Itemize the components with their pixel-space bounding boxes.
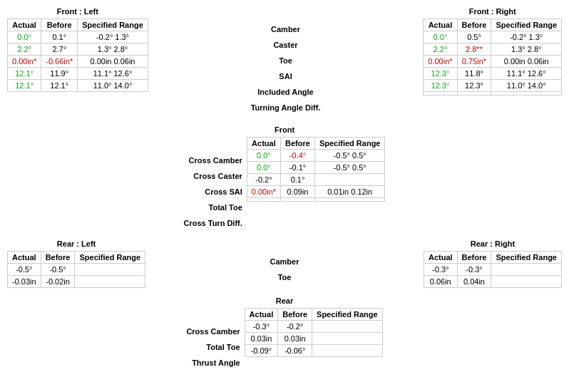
front-left-title: Front : Left	[7, 7, 148, 16]
range-cell: 11.1° 12.6°	[78, 68, 148, 80]
before-cell: 0.03in	[278, 333, 312, 345]
range-cell	[491, 276, 562, 288]
range-cell: 11.0° 14.0°	[491, 80, 562, 92]
front-right-table: Actual Before Specified Range 0.0° 0.5° …	[423, 19, 562, 96]
before-cell: 0.75in*	[457, 56, 491, 68]
range-cell	[312, 333, 383, 345]
table-row: -0.2° 0.1°	[247, 174, 385, 186]
actual-cell: 0.00in*	[424, 56, 457, 68]
rear-label-toe: Toe	[270, 269, 299, 285]
fc-header-before: Before	[281, 138, 315, 150]
before-cell	[457, 92, 491, 96]
front-center-section: Front Cross Camber Cross Caster Cross SA…	[184, 125, 386, 231]
table-row: 0.00in* 0.09in 0.01in 0.12in	[247, 186, 385, 198]
actual-cell: 12.1°	[8, 80, 41, 92]
page-content: Front : Left Actual Before Specified Ran…	[7, 7, 562, 371]
front-left-table: Actual Before Specified Range 0.0° 0.1° …	[7, 19, 148, 92]
table-row: 2.2° 2.8** 1.3° 2.8°	[424, 43, 562, 56]
range-cell: 0.00in 0.06in	[491, 56, 562, 68]
front-center-table-wrap: Cross Camber Cross Caster Cross SAI Tota…	[184, 137, 386, 231]
actual-cell: 2.2°	[424, 43, 457, 56]
rl-header-actual: Actual	[8, 252, 41, 264]
actual-cell: -0.09°	[245, 345, 278, 357]
label-rear-cross-camber: Cross Camber	[186, 324, 244, 339]
actual-cell: 0.00in*	[8, 56, 41, 68]
actual-cell: 12.3°	[424, 68, 457, 80]
fl-header-range: Specified Range	[78, 19, 148, 31]
rear-right-title: Rear : Right	[424, 239, 562, 248]
table-row: 0.00in* 0.75in* 0.00in 0.06in	[424, 56, 562, 68]
rc-header-actual: Actual	[245, 309, 278, 321]
range-cell	[312, 345, 383, 357]
before-cell: -0.06°	[278, 345, 312, 357]
before-cell: 12.3°	[457, 80, 491, 92]
label-cross-sai: Cross SAI	[184, 184, 247, 200]
before-cell: 2.8**	[457, 43, 491, 56]
rear-label-camber: Camber	[270, 254, 299, 269]
rr-header-range: Specified Range	[491, 252, 562, 264]
table-row: 0.06in 0.04in	[424, 276, 561, 288]
actual-cell: 0.06in	[424, 276, 457, 288]
actual-cell	[247, 198, 280, 202]
rear-center-section: Rear Cross Camber Total Toe Thrust Angle…	[186, 296, 382, 371]
table-row: 0.0° 0.5° -0.2° 1.3°	[424, 31, 562, 43]
label-cross-caster: Cross Caster	[184, 168, 247, 184]
table-row: -0.03in -0.02in	[8, 276, 145, 288]
label-caster: Caster	[251, 37, 321, 53]
range-cell: 1.3° 2.8°	[78, 43, 148, 56]
range-cell	[312, 321, 383, 333]
range-cell	[314, 198, 385, 202]
fl-header-actual: Actual	[8, 19, 41, 31]
front-center-labels: Camber Caster Toe SAI Included Angle Tur…	[251, 21, 321, 117]
before-cell: 0.5°	[457, 31, 491, 43]
table-row: -0.3° -0.3°	[424, 264, 561, 276]
label-included: Included Angle	[251, 84, 321, 100]
front-right-title: Front : Right	[423, 7, 562, 16]
front-row: Front : Left Actual Before Specified Ran…	[7, 7, 562, 117]
rc-header-range: Specified Range	[312, 309, 383, 321]
range-cell	[75, 264, 145, 276]
rear-left-title: Rear : Left	[7, 239, 145, 248]
range-cell: -0.5° 0.5°	[314, 162, 385, 174]
range-cell: 1.3° 2.8°	[491, 43, 562, 56]
fr-header-actual: Actual	[424, 19, 457, 31]
rr-header-actual: Actual	[424, 252, 457, 264]
rl-header-before: Before	[41, 252, 75, 264]
actual-cell: 0.00in*	[247, 186, 280, 198]
actual-cell: 0.03in	[245, 333, 278, 345]
actual-cell: 0.0°	[8, 31, 41, 43]
before-cell	[281, 198, 315, 202]
label-cross-turn: Cross Turn Diff.	[184, 215, 247, 231]
rear-left-table: Actual Before Specified Range -0.5° -0.5…	[7, 251, 145, 288]
fr-header-before: Before	[457, 19, 491, 31]
label-toe: Toe	[251, 53, 321, 68]
actual-cell: -0.3°	[245, 321, 278, 333]
label-total-toe: Total Toe	[184, 200, 247, 215]
actual-cell: 0.0°	[247, 150, 280, 162]
table-row: 0.0° -0.1° -0.5° 0.5°	[247, 162, 385, 174]
range-cell	[491, 92, 562, 96]
range-cell: 11.1° 12.6°	[491, 68, 562, 80]
table-row	[424, 92, 562, 96]
before-cell: 0.04in	[457, 276, 491, 288]
before-cell: 2.7°	[41, 43, 78, 56]
label-cross-camber: Cross Camber	[184, 153, 247, 168]
before-cell: 12.1°	[41, 80, 78, 92]
before-cell: 11.9°	[41, 68, 78, 80]
actual-cell: -0.03in	[8, 276, 41, 288]
fl-header-before: Before	[41, 19, 78, 31]
before-cell: 0.1°	[281, 174, 315, 186]
rear-right-section: Rear : Right Actual Before Specified Ran…	[424, 239, 562, 288]
before-cell: -0.1°	[281, 162, 315, 174]
before-cell: 0.1°	[41, 31, 78, 43]
rear-center-table: Actual Before Specified Range -0.3° -0.2…	[245, 308, 383, 357]
range-cell	[314, 174, 385, 186]
rear-center-title: Rear	[276, 296, 293, 305]
table-row: 12.3° 11.8° 11.1° 12.6°	[424, 68, 562, 80]
front-right-section: Front : Right Actual Before Specified Ra…	[423, 7, 562, 96]
before-cell: 0.09in	[281, 186, 315, 198]
table-row: 2.2° 2.7° 1.3° 2.8°	[8, 43, 148, 56]
label-sai: SAI	[251, 68, 321, 84]
actual-cell: 2.2°	[8, 43, 41, 56]
table-row: 12.1° 12.1° 11.0° 14.0°	[8, 80, 148, 92]
